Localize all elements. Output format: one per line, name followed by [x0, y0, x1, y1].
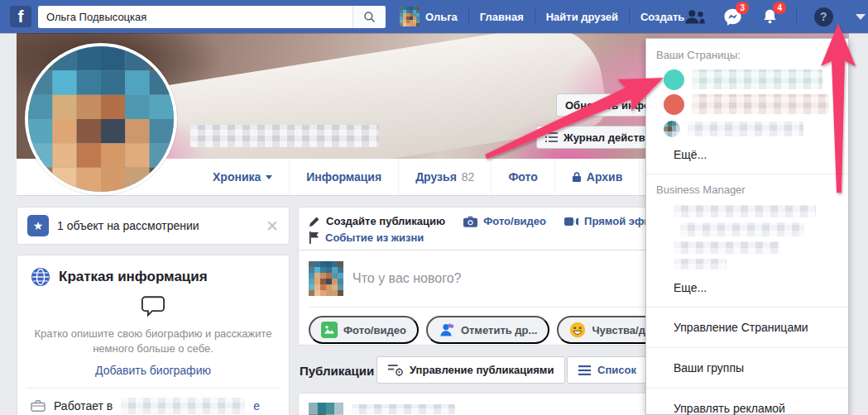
blurred-post-author	[352, 404, 455, 414]
topbar-avatar[interactable]	[400, 7, 420, 26]
works-at-text: Работает в	[54, 399, 113, 413]
tab-photos[interactable]: Фото	[491, 159, 554, 195]
pages-more-link[interactable]: Ещё...	[646, 141, 848, 168]
menu-item-manage-ads[interactable]: Управлять рекламой	[646, 394, 848, 415]
blurred-business-entry	[674, 259, 727, 270]
page-avatar	[664, 69, 684, 90]
nav-find-friends-link[interactable]: Найти друзей	[546, 11, 618, 23]
page-avatar	[664, 94, 684, 115]
tag-friends-action-label: Отметить др...	[461, 324, 538, 336]
help-button[interactable]: ?	[813, 6, 834, 27]
tab-photos-label: Фото	[508, 170, 537, 184]
facebook-profile-page: f Ольга Главная Найти друзей Создать 3	[0, 0, 868, 415]
divider	[646, 174, 848, 174]
topbar-divider	[535, 7, 535, 26]
blurred-business-entries	[674, 205, 838, 270]
facebook-logo[interactable]: f	[10, 6, 31, 27]
pencil-icon	[309, 216, 320, 227]
composer-life-event-tab[interactable]: Событие из жизни	[309, 231, 424, 244]
blurred-profile-name	[190, 125, 379, 147]
caret-down-icon	[266, 175, 272, 179]
notifications-button[interactable]: 4	[759, 6, 780, 27]
briefcase-icon	[31, 399, 46, 413]
tab-archive[interactable]: Архив	[554, 159, 639, 195]
notifications-badge: 4	[773, 2, 786, 14]
messenger-button[interactable]: 3	[722, 6, 743, 27]
tab-friends[interactable]: Друзья 82	[398, 159, 491, 195]
topbar-profile-link[interactable]: Ольга	[425, 11, 458, 23]
blurred-page-name	[688, 122, 803, 136]
works-at-row: Работает в е	[31, 398, 276, 414]
page-avatar	[664, 121, 680, 137]
nav-create-link[interactable]: Создать	[640, 11, 684, 23]
tag-friends-action-button[interactable]: Отметить др...	[426, 316, 550, 344]
activity-log-icon	[545, 132, 558, 143]
divider	[26, 388, 281, 389]
composer-live-tab[interactable]: Прямой эфир	[564, 215, 657, 227]
composer-tab-row: Событие из жизни	[309, 231, 656, 244]
post-card[interactable]	[298, 393, 667, 415]
create-post-tab[interactable]: Создайте публикацию	[309, 215, 445, 227]
globe-icon	[31, 267, 50, 287]
lock-icon	[572, 171, 582, 183]
blurred-avatar-image	[664, 121, 680, 137]
tab-timeline[interactable]: Хроника	[196, 159, 289, 195]
search-icon	[363, 11, 376, 23]
page-item[interactable]	[646, 67, 848, 92]
menu-item-manage-pages[interactable]: Управление Страницами	[646, 313, 848, 341]
account-dropdown-menu: Ваши Страницы: Ещё... Business Manager Е…	[645, 38, 849, 415]
friend-requests-button[interactable]	[684, 6, 706, 27]
manage-posts-icon	[388, 364, 403, 376]
divider	[646, 347, 848, 348]
star-icon: ★	[27, 215, 49, 236]
top-navigation-bar: f Ольга Главная Найти друзей Создать 3	[0, 0, 868, 33]
activity-log-label: Журнал действ	[563, 131, 645, 144]
update-info-label: Обновить инфо	[565, 99, 650, 112]
manage-posts-button[interactable]: Управление публикациями	[376, 356, 565, 384]
search-input[interactable]	[38, 6, 352, 28]
post-composer: Создайте публикацию Фото/видео Прямой эф…	[298, 207, 667, 346]
blurred-profile-photo	[28, 46, 174, 192]
business-more-link[interactable]: Еще...	[646, 274, 848, 301]
caret-down-icon	[856, 14, 866, 20]
tab-about[interactable]: Информация	[289, 159, 398, 195]
page-item[interactable]	[646, 117, 848, 141]
tab-timeline-label: Хроника	[213, 170, 261, 184]
topbar-icon-cluster: 3 4 ?	[684, 6, 868, 27]
composer-photo-video-tab[interactable]: Фото/видео	[463, 215, 546, 227]
composer-tab-row: Создайте публикацию Фото/видео Прямой эф…	[309, 215, 656, 227]
list-view-label: Список	[597, 364, 636, 376]
post-author-avatar	[309, 403, 343, 415]
blurred-business-entry	[674, 241, 779, 254]
review-notice-text[interactable]: 1 объект на рассмотрении	[57, 219, 199, 232]
workplace-link-fragment[interactable]: е	[253, 399, 260, 413]
posts-section-title: Публикации	[300, 364, 374, 378]
intro-illustration	[31, 295, 276, 321]
page-item[interactable]	[646, 92, 848, 117]
search-button[interactable]	[352, 6, 386, 28]
live-video-icon	[564, 216, 578, 227]
menu-item-your-groups[interactable]: Ваши группы	[646, 354, 848, 382]
photo-video-action-label: Фото/видео	[343, 324, 406, 336]
profile-picture[interactable]	[25, 43, 177, 195]
account-menu-toggle[interactable]	[850, 6, 868, 27]
camera-icon	[463, 216, 477, 227]
topbar-divider	[796, 7, 797, 26]
blurred-business-entry	[674, 205, 816, 217]
topbar-divider	[629, 7, 630, 26]
composer-placeholder[interactable]: Что у вас нового?	[352, 271, 462, 286]
tab-friends-label: Друзья	[415, 170, 457, 184]
blurred-avatar-image	[400, 7, 420, 26]
add-bio-link[interactable]: Добавить биографию	[31, 364, 276, 377]
friends-count: 82	[462, 170, 475, 184]
blurred-workplace	[121, 398, 245, 414]
photo-video-action-button[interactable]: Фото/видео	[309, 316, 419, 344]
composer-tabs: Создайте публикацию Фото/видео Прямой эф…	[299, 208, 666, 250]
nav-home-link[interactable]: Главная	[480, 11, 524, 23]
divider	[646, 388, 848, 389]
tag-friends-icon	[439, 322, 455, 338]
close-icon[interactable]: ✕	[266, 218, 279, 234]
question-mark-icon: ?	[814, 7, 833, 26]
blurred-page-name	[692, 94, 829, 114]
create-post-label: Создайте публикацию	[326, 215, 445, 227]
